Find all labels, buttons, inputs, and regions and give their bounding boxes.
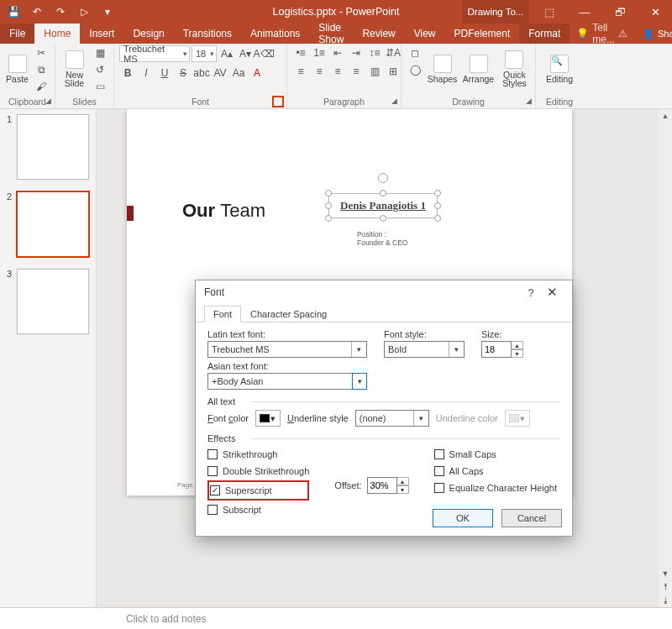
slide-reset-icon[interactable]: ↺ [92,62,108,77]
tab-view[interactable]: View [405,24,445,44]
format-painter-icon[interactable]: 🖌 [33,79,50,94]
convert-smartart-icon[interactable]: ⊞ [385,64,402,79]
shrink-font-icon[interactable]: A▾ [237,46,254,61]
align-center-icon[interactable]: ≡ [311,64,328,79]
minimize-button[interactable]: — [568,0,601,24]
columns-icon[interactable]: ▥ [366,64,383,79]
cancel-button[interactable]: Cancel [501,509,562,527]
font-style-combo[interactable]: Bold▾ [384,341,465,358]
change-case-button[interactable]: Aa [230,66,247,81]
thumbnail-2[interactable]: 2 [7,191,89,257]
selected-text[interactable]: Denis Panagiotis 1 [328,193,438,218]
character-spacing-button[interactable]: AV [212,66,228,81]
tab-slide-show[interactable]: Slide Show [309,24,353,44]
offset-input[interactable] [367,477,397,494]
all-caps-checkbox[interactable]: All Caps [434,464,557,479]
restore-button[interactable]: 🗗 [603,0,637,24]
line-spacing-icon[interactable]: ↕≡ [366,45,383,60]
grow-font-icon[interactable]: A▴ [218,46,235,61]
font-dialog-launcher-icon[interactable] [272,96,284,107]
text-direction-icon[interactable]: ⇵A [385,45,402,60]
drawing-launcher-icon[interactable]: ◢ [526,97,532,105]
cut-icon[interactable]: ✂ [33,45,50,60]
selected-text-box[interactable]: Denis Panagiotis 1 [328,193,438,218]
ok-button[interactable]: OK [433,509,493,527]
qat-undo-icon[interactable]: ↶ [27,3,47,21]
slide-layout-icon[interactable]: ▦ [92,45,108,60]
increase-indent-icon[interactable]: ⇥ [348,45,365,60]
superscript-checkbox[interactable]: Superscript [210,483,272,498]
qat-save-icon[interactable]: 💾 [3,3,24,21]
spin-up-icon[interactable]: ▲ [397,477,409,485]
size-input[interactable] [481,341,512,358]
tab-insert[interactable]: Insert [80,24,123,44]
tab-format[interactable]: Format [519,24,570,44]
thumbnail-1[interactable]: 1 [7,114,89,180]
shapes-button[interactable]: Shapes [427,45,458,92]
asian-font-combo[interactable]: +Body Asian▾ [207,373,367,390]
shape-gallery-icon-2[interactable]: ◯ [407,62,423,77]
offset-spinner[interactable]: ▲▼ [367,477,409,494]
close-button[interactable]: ✕ [638,0,672,24]
double-strikethrough-checkbox[interactable]: Double Strikethrough [207,464,309,479]
dialog-close-icon[interactable]: ✕ [540,285,564,300]
align-left-icon[interactable]: ≡ [292,64,309,79]
qat-redo-icon[interactable]: ↷ [50,3,71,21]
rotate-handle-icon[interactable] [378,173,388,183]
underline-button[interactable]: U [156,66,173,81]
dialog-help-icon[interactable]: ? [522,286,540,299]
dialog-tab-font[interactable]: Font [204,306,241,322]
vertical-scrollbar[interactable]: ▲ ▼ ⭱ ⭳ [659,109,672,607]
share-button[interactable]: 👤 Share [634,24,672,44]
slide-thumbnail-pane[interactable]: 1 2 3 [0,109,97,607]
chevron-down-icon[interactable]: ▾ [413,411,428,426]
account-sign-in-icon[interactable]: ⬚ [533,0,566,24]
dialog-title-bar[interactable]: Font ? ✕ [196,280,572,304]
new-slide-button[interactable]: New Slide [60,45,88,92]
paragraph-launcher-icon[interactable]: ◢ [391,97,397,105]
font-name-combo[interactable]: Trebuchet MS [119,45,190,62]
thumbnail-3[interactable]: 3 [7,269,89,334]
underline-style-combo[interactable]: (none)▾ [355,410,429,427]
size-spinner[interactable]: ▲▼ [481,341,528,358]
clear-formatting-icon[interactable]: A⌫ [255,46,272,61]
scroll-up-icon[interactable]: ▲ [659,109,672,123]
clipboard-launcher-icon[interactable]: ◢ [45,97,51,105]
spin-up-icon[interactable]: ▲ [512,341,523,349]
tab-review[interactable]: Review [353,24,404,44]
next-slide-icon[interactable]: ⭳ [659,594,672,607]
notes-pane[interactable]: Click to add notes [0,607,672,629]
justify-icon[interactable]: ≡ [348,64,365,79]
font-color-button[interactable]: A [249,66,265,81]
spin-down-icon[interactable]: ▼ [397,485,409,494]
copy-icon[interactable]: ⧉ [33,62,50,77]
equalize-height-checkbox[interactable]: Equalize Character Height [434,480,557,495]
slide-section-icon[interactable]: ▭ [92,79,108,94]
font-color-picker[interactable]: ▾ [255,410,281,427]
tab-home[interactable]: Home [34,24,80,44]
chevron-down-icon[interactable]: ▾ [449,342,464,357]
strikethrough-button[interactable]: S [175,66,192,81]
small-caps-checkbox[interactable]: Small Caps [434,447,557,462]
subscript-checkbox[interactable]: Subscript [207,502,309,517]
qat-customize-icon[interactable]: ▾ [97,3,118,21]
tab-transitions[interactable]: Transitions [174,24,241,44]
tab-animations[interactable]: Animations [241,24,309,44]
latin-font-combo[interactable]: Trebuchet MS▾ [207,341,367,358]
text-shadow-button[interactable]: abc [193,66,210,81]
tab-pdfelement[interactable]: PDFelement [445,24,520,44]
bold-button[interactable]: B [119,66,136,81]
decrease-indent-icon[interactable]: ⇤ [329,45,346,60]
prev-slide-icon[interactable]: ⭱ [659,580,672,594]
quick-styles-button[interactable]: Quick Styles [499,45,530,92]
tab-file[interactable]: File [0,24,34,44]
arrange-button[interactable]: Arrange [461,45,496,92]
spin-down-icon[interactable]: ▼ [512,349,523,358]
tell-me-search[interactable]: 💡 Tell me... ⚠ [570,24,634,44]
chevron-down-icon[interactable]: ▾ [351,342,366,357]
align-right-icon[interactable]: ≡ [329,64,346,79]
tab-design[interactable]: Design [123,24,173,44]
font-size-combo[interactable]: 18 [192,45,217,62]
paste-button[interactable]: Paste [5,45,29,92]
qat-start-slideshow-icon[interactable]: ▷ [74,3,94,21]
